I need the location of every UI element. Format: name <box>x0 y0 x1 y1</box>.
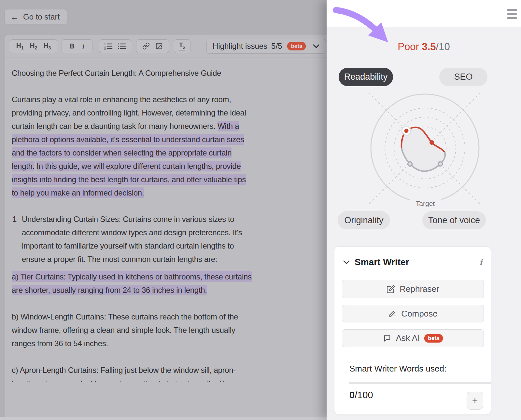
highlight-issues-label: Highlight issues <box>213 42 267 51</box>
doc-block-title: Choosing the Perfect Curtain Length: A C… <box>12 66 327 80</box>
editor-card: H1 H2 H3 B I 1 2 3 <box>5 34 327 420</box>
insert-group <box>136 39 169 53</box>
clear-formatting-button[interactable]: Tx <box>179 42 185 50</box>
doc-block-p: a) Tier Curtains: Typically used in kitc… <box>12 270 327 297</box>
list-group: 1 2 3 <box>99 39 131 53</box>
menu-icon[interactable] <box>507 9 517 19</box>
style-group: B I <box>62 39 92 53</box>
doc-line: c) Apron-Length Curtains: Falling just b… <box>12 363 327 377</box>
pen-sparkle-icon <box>388 309 397 318</box>
highlight-issues-count: 5/5 <box>271 42 282 51</box>
doc-line: window frame, offering a clean and simpl… <box>12 323 327 337</box>
go-to-start-label: Go to start <box>23 12 60 21</box>
beta-badge: beta <box>287 42 306 50</box>
h3-button[interactable]: H3 <box>43 42 51 50</box>
panel-header <box>327 0 521 27</box>
tab-readability[interactable]: Readability <box>339 68 393 86</box>
doc-line: to help you make an informed decision. <box>12 186 327 199</box>
ask-ai-button[interactable]: Ask AI beta <box>342 329 484 347</box>
image-icon[interactable] <box>155 42 163 50</box>
editor-region: ← Go to start H1 H2 H3 B I 1 2 3 <box>0 0 327 420</box>
score-denominator: /10 <box>436 41 450 52</box>
words-used-counter: 0/100 <box>349 390 373 400</box>
doc-line: ensure a proper fit. The most common cur… <box>22 252 327 266</box>
beta-badge: beta <box>424 334 443 343</box>
words-used-label: Smart Writer Words used: <box>349 364 446 374</box>
rephraser-button[interactable]: Rephraser <box>342 280 484 298</box>
smart-writer-title: Smart Writer <box>355 257 409 267</box>
readability-axis-dot-ring <box>402 127 410 135</box>
clear-format-group: Tx <box>174 39 190 53</box>
tab-originality[interactable]: Originality <box>338 211 390 229</box>
smart-writer-card: Smart Writer i Rephraser Compose Ask AI … <box>334 246 491 415</box>
readability-axis-dot-halo <box>401 126 412 136</box>
readability-axis-dot <box>404 129 409 133</box>
doc-line: ranges from 36 to 54 inches. <box>12 337 327 350</box>
heading-group: H1 H2 H3 <box>10 39 57 53</box>
doc-line: Choosing the Perfect Curtain Length: A C… <box>12 66 327 80</box>
h1-button[interactable]: H1 <box>16 42 24 50</box>
tab-seo[interactable]: SEO <box>439 68 487 86</box>
score-blob-fill <box>401 127 445 171</box>
doc-block-p: c) Apron-Length Curtains: Falling just b… <box>12 363 327 382</box>
list-marker: 1 <box>12 212 17 226</box>
doc-line: length curtains are ideal for windows wi… <box>12 377 327 382</box>
compose-button[interactable]: Compose <box>342 305 484 322</box>
doc-line: Understanding Curtain Sizes: Curtains co… <box>22 212 327 226</box>
smart-writer-header: Smart Writer i <box>334 256 491 269</box>
doc-line: insights into finding the best length fo… <box>12 173 327 186</box>
bold-button[interactable]: B <box>69 42 75 50</box>
seo-axis-dot <box>429 140 434 145</box>
doc-line: length. In this guide, we will explore d… <box>12 159 327 173</box>
score-label: Poor <box>398 41 419 52</box>
bullet-list-icon[interactable] <box>118 42 126 50</box>
tone-axis-dot <box>438 162 443 166</box>
h2-button[interactable]: H2 <box>30 42 37 50</box>
originality-axis-dot <box>408 162 412 166</box>
doc-line: are shorter, usually ranging from 24 to … <box>12 283 327 297</box>
left-arrow-icon: ← <box>10 13 19 21</box>
words-used-value: 0 <box>349 390 355 400</box>
words-used-progressbar <box>349 382 491 384</box>
highlight-issues-dropdown[interactable]: Highlight issues 5/5 beta <box>206 39 326 54</box>
doc-line: a) Tier Curtains: Typically used in kitc… <box>12 270 327 283</box>
tab-tone-of-voice[interactable]: Tone of voice <box>422 211 486 229</box>
score-blob-red-stroke <box>401 127 444 152</box>
editor-content[interactable]: Choosing the Perfect Curtain Length: A C… <box>5 58 327 382</box>
chat-bubble-icon <box>383 334 391 343</box>
doc-line: Curtains play a vital role in enhancing … <box>12 93 327 106</box>
doc-line: plethora of options available, it's esse… <box>12 133 327 146</box>
target-gauge-chart <box>369 93 480 204</box>
svg-text:3: 3 <box>104 47 106 50</box>
doc-line: curtain length can be a daunting task fo… <box>12 119 327 133</box>
info-icon[interactable]: i <box>479 258 482 267</box>
doc-line: and the factors to consider when selecti… <box>12 146 327 159</box>
editor-bottom-strip <box>0 417 327 420</box>
score-panel: Poor 3.5/10 Readability SEO Target Origi… <box>327 0 521 420</box>
doc-line: accommodate different window types and d… <box>22 226 327 239</box>
overall-score: Poor 3.5/10 <box>327 41 521 53</box>
collapse-chevron-icon[interactable] <box>343 260 350 264</box>
doc-block-p: Curtains play a vital role in enhancing … <box>12 93 327 199</box>
edit-icon <box>387 285 395 293</box>
words-used-total: /100 <box>355 390 373 400</box>
score-value: 3.5 <box>422 41 436 52</box>
doc-block-li: 1Understanding Curtain Sizes: Curtains c… <box>12 212 327 266</box>
add-words-button[interactable]: + <box>467 392 483 410</box>
numbered-list-icon[interactable]: 1 2 3 <box>104 42 113 50</box>
score-blob-gray-stroke <box>401 147 445 171</box>
doc-block-p: b) Window-Length Curtains: These curtain… <box>12 310 327 350</box>
target-label: Target <box>410 199 441 208</box>
doc-line: b) Window-Length Curtains: These curtain… <box>12 310 327 323</box>
go-to-start-button[interactable]: ← Go to start <box>4 9 67 24</box>
italic-button[interactable]: I <box>82 42 84 50</box>
doc-line: providing privacy, and controlling light… <box>12 106 327 119</box>
chevron-down-icon <box>313 44 320 48</box>
formatting-toolbar: H1 H2 H3 B I 1 2 3 <box>5 34 327 58</box>
link-icon[interactable] <box>142 42 150 50</box>
doc-line: important to familiarize yourself with s… <box>22 239 327 252</box>
